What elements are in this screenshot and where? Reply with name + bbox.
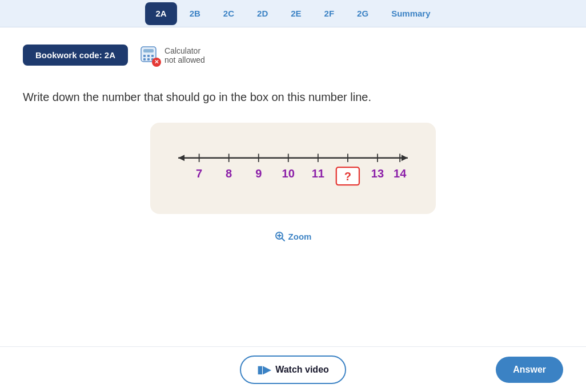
svg-text:10: 10	[282, 167, 295, 180]
zoom-button[interactable]: Zoom	[23, 231, 563, 241]
svg-text:?: ?	[344, 170, 351, 183]
number-line-svg: 7 8 9 10 11 ? 13 14	[173, 140, 413, 197]
tab-2b[interactable]: 2B	[179, 2, 211, 25]
calculator-label: Calculator not allowed	[164, 46, 205, 64]
svg-text:13: 13	[371, 167, 384, 180]
tab-2d[interactable]: 2D	[247, 2, 278, 25]
svg-text:8: 8	[226, 167, 232, 180]
meta-row: Bookwork code: 2A ✕ Calculator not allow…	[23, 45, 563, 66]
svg-rect-5	[143, 58, 146, 60]
svg-text:7: 7	[196, 167, 202, 180]
main-content: Bookwork code: 2A ✕ Calculator not allow…	[0, 27, 586, 358]
svg-rect-1	[143, 49, 154, 52]
watch-video-label: Watch video	[275, 365, 329, 375]
calculator-info: ✕ Calculator not allowed	[139, 45, 205, 66]
tab-2g[interactable]: 2G	[347, 2, 379, 25]
zoom-icon	[275, 231, 285, 241]
bookwork-badge: Bookwork code: 2A	[23, 45, 128, 66]
svg-rect-4	[151, 55, 154, 57]
svg-rect-3	[147, 55, 150, 57]
tab-2e[interactable]: 2E	[280, 2, 311, 25]
tab-2f[interactable]: 2F	[314, 2, 345, 25]
watch-video-button[interactable]: ▮▶ Watch video	[240, 355, 346, 384]
play-icon: ▮▶	[257, 363, 271, 376]
svg-rect-2	[143, 55, 146, 57]
calculator-not-allowed-icon: ✕	[152, 58, 161, 67]
question-text: Write down the number that should go in …	[23, 88, 563, 106]
tab-2a[interactable]: 2A	[145, 2, 176, 25]
number-line-container: 7 8 9 10 11 ? 13 14	[150, 123, 436, 214]
bottom-bar: ▮▶ Watch video Answer	[0, 346, 586, 392]
svg-rect-6	[147, 58, 150, 60]
tab-summary[interactable]: Summary	[381, 2, 440, 25]
svg-marker-10	[402, 155, 408, 161]
calculator-icon-wrap: ✕	[139, 45, 160, 66]
svg-marker-9	[178, 155, 184, 161]
answer-button[interactable]: Answer	[496, 357, 563, 383]
svg-text:9: 9	[255, 167, 262, 180]
svg-text:11: 11	[312, 167, 324, 180]
svg-text:14: 14	[394, 167, 407, 180]
svg-line-29	[282, 239, 284, 241]
tab-bar: 2A 2B 2C 2D 2E 2F 2G Summary	[0, 0, 586, 27]
zoom-label: Zoom	[288, 232, 312, 241]
tab-2c[interactable]: 2C	[213, 2, 244, 25]
